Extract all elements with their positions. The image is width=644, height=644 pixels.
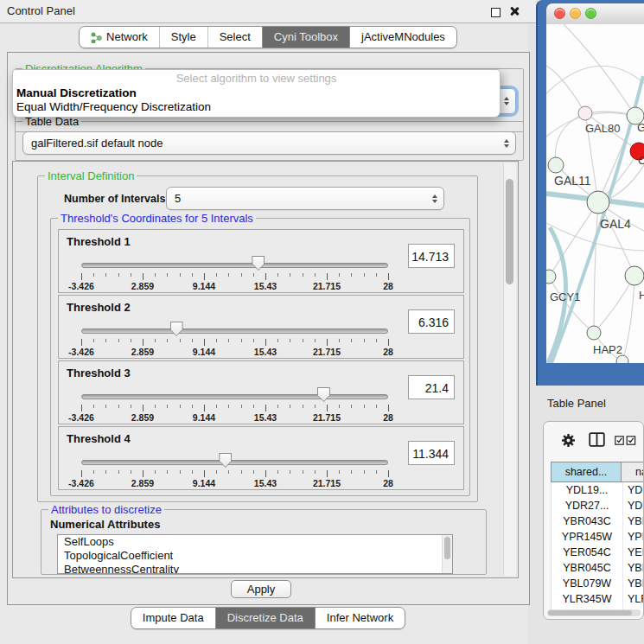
tick-mark [155,470,156,474]
close-traffic-light[interactable] [554,8,565,19]
numerical-attributes-heading: Numerical Attributes [50,518,160,531]
network-node[interactable] [587,326,601,340]
tick-mark [315,273,316,277]
network-node[interactable] [625,266,644,285]
slider-tick-labels: -3.4262.8599.14415.4321.71528 [81,478,388,488]
slider-handle[interactable] [170,322,183,336]
tick-label: 15.43 [254,347,277,357]
tick-mark [155,273,156,277]
table-row[interactable]: YDR27...YDR2 [552,498,644,513]
threshold-value-field[interactable]: 6.316 [408,309,455,334]
gear-icon[interactable] [561,433,576,448]
slider-handle[interactable] [252,256,265,271]
cell-name[interactable]: YDR2 [623,498,644,513]
cell-shared-name[interactable]: YDL19... [552,482,623,498]
cell-shared-name[interactable]: YLR345W [552,591,623,607]
minimize-traffic-light[interactable] [570,8,581,19]
attribute-list-item[interactable]: BetweennessCentrality [58,563,452,574]
cell-name[interactable]: YPR1 [623,529,644,545]
list-scrollbar-thumb[interactable] [444,537,450,559]
cell-name[interactable]: YER0 [623,545,644,560]
tab-impute-data[interactable]: Impute Data [131,608,215,628]
slider-track[interactable] [81,394,388,399]
zoom-traffic-light[interactable] [585,8,596,19]
threshold-row: Threshold 3-3.4262.8599.14415.4321.71528… [58,360,464,424]
vertical-scrollbar[interactable] [503,163,516,576]
cell-name[interactable]: YBL0 [623,576,644,591]
table-data-value: galFiltered.sif default node [31,137,163,150]
slider-handle[interactable] [317,387,330,402]
tab-network[interactable]: Network [80,27,159,48]
tick-mark [81,470,82,477]
cell-name[interactable]: YBR0 [623,560,644,576]
cell-name[interactable]: YBR0 [623,513,644,529]
slider-track[interactable] [81,263,388,268]
table-row[interactable]: YBR043CYBR0 [552,513,644,529]
cell-shared-name[interactable]: YBL079W [552,576,623,591]
threshold-value-field[interactable]: 14.713 [408,244,455,268]
tab-discretize-data[interactable]: Discretize Data [215,608,315,628]
cell-shared-name[interactable]: YPR145W [552,529,623,545]
cell-shared-name[interactable]: YDR27... [552,498,623,513]
threshold-value-field[interactable]: 21.4 [408,375,455,399]
tick-mark [93,405,94,408]
network-node[interactable] [578,106,592,120]
apply-button[interactable]: Apply [231,580,291,598]
attribute-list-item[interactable]: TopologicalCoefficient [58,549,452,563]
numerical-attributes-list[interactable]: SelfLoopsTopologicalCoefficientBetweenne… [57,534,453,574]
tick-mark [327,339,328,346]
table-row[interactable]: YLR345WYLR3 [552,591,644,607]
horizontal-scrollbar-thumb[interactable] [548,610,632,615]
slider-track[interactable] [81,328,388,334]
cell-name[interactable]: YDL1 [623,482,644,498]
threshold-slider[interactable]: -3.4262.8599.14415.4321.71528 [81,384,388,424]
column-header-name[interactable]: na [622,462,644,482]
threshold-slider[interactable]: -3.4262.8599.14415.4321.71528 [81,252,388,292]
tab-style[interactable]: Style [159,27,207,48]
node-label: H [639,289,644,302]
tick-mark [290,273,290,277]
network-node[interactable] [548,157,564,173]
popup-option-equal-width[interactable]: Equal Width/Frequency Discretization [13,100,500,114]
scrollbar-thumb[interactable] [506,179,513,284]
network-window-titlebar[interactable] [546,3,644,25]
tab-select[interactable]: Select [207,27,262,48]
cell-shared-name[interactable]: YER054C [552,545,623,560]
slider-track[interactable] [81,460,388,465]
tick-label: 15.43 [254,478,277,488]
tick-label: 21.715 [313,478,341,488]
slider-handle[interactable] [219,453,232,468]
network-node[interactable] [616,355,628,363]
threshold-slider[interactable]: -3.4262.8599.14415.4321.71528 [81,318,388,358]
attribute-list-item[interactable]: SelfLoops [58,535,452,549]
close-icon[interactable] [509,6,520,16]
threshold-value-field[interactable]: 11.344 [408,441,455,465]
popup-option-manual-discretization[interactable]: Manual Discretization [13,86,500,100]
cell-shared-name[interactable]: YBR045C [552,560,623,576]
tick-mark [180,405,181,408]
float-window-icon[interactable] [491,8,501,17]
tick-mark [303,339,303,342]
network-node[interactable] [587,191,609,214]
table-data-combobox[interactable]: galFiltered.sif default node [22,131,516,155]
cell-shared-name[interactable]: YBR043C [552,513,623,529]
select-columns-checkboxes-icon[interactable] [615,436,636,445]
tab-infer-network[interactable]: Infer Network [315,608,405,628]
horizontal-scrollbar[interactable] [547,609,641,616]
threshold-slider[interactable]: -3.4262.8599.14415.4321.71528 [81,450,388,489]
table-row[interactable]: YPR145WYPR1 [552,529,644,545]
number-of-intervals-combobox[interactable]: 5 [166,187,444,210]
network-node[interactable] [546,270,556,284]
tick-mark [167,405,168,408]
tab-cyni-toolbox[interactable]: Cyni Toolbox [262,27,349,48]
table-row[interactable]: YER054CYER0 [552,545,644,560]
network-canvas[interactable]: GAL80GACGAL11GAL4GCY1HHAP2 [546,24,644,363]
table-row[interactable]: YBL079WYBL0 [552,576,644,591]
split-columns-icon[interactable] [589,432,605,447]
column-header-shared-name[interactable]: shared... [551,462,622,482]
cell-name[interactable]: YLR3 [623,591,644,607]
tab-jactivemnodules[interactable]: jActiveMNodules [349,27,456,48]
table-row[interactable]: YBR045CYBR0 [552,560,644,576]
list-scrollbar[interactable] [442,535,452,573]
table-row[interactable]: YDL19...YDL1 [552,482,644,498]
